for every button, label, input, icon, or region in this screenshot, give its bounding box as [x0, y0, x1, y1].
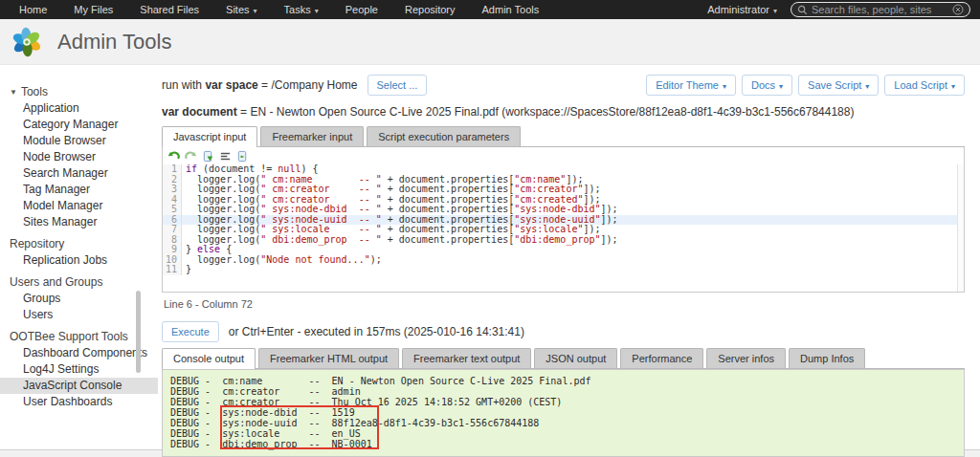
- select-space-button[interactable]: Select ...: [368, 75, 428, 96]
- console-output: DEBUG - cm:name -- EN - Newton Open Sour…: [162, 369, 965, 457]
- load-document-icon[interactable]: [201, 149, 214, 163]
- console-line-sys-node-uuid: DEBUG - sys:node-uuid -- 88f12ea8-d8f1-4…: [170, 418, 956, 428]
- nav-item-people[interactable]: People: [332, 4, 391, 15]
- run-row: run with var space = /Company Home Selec…: [162, 75, 965, 96]
- tab-json-output[interactable]: JSON output: [534, 348, 617, 368]
- input-tabs: Javascript inputFreemarker inputScript e…: [162, 126, 965, 147]
- chevron-down-icon: ▾: [773, 7, 777, 15]
- sidebar-item-dashboard-components[interactable]: Dashboard Components: [0, 345, 158, 361]
- nav-right: Administrator▾: [707, 2, 974, 17]
- tab-dump-infos[interactable]: Dump Infos: [789, 348, 865, 368]
- redo-icon[interactable]: [184, 149, 197, 163]
- code-text: }: [182, 265, 191, 275]
- editor-toolbar: [163, 147, 964, 164]
- tab-script-execution-parameters[interactable]: Script execution parameters: [367, 126, 521, 146]
- code-line-11[interactable]: 11}: [163, 265, 964, 275]
- sidebar-item-model-manager[interactable]: Model Manager: [0, 198, 158, 214]
- line-number: 11: [163, 265, 182, 275]
- search-input[interactable]: [808, 4, 952, 15]
- tab-performance[interactable]: Performance: [620, 348, 703, 368]
- export-document-icon[interactable]: [235, 149, 249, 163]
- code-line-8[interactable]: 8 logger.log(" dbi:demo_prop -- " + docu…: [163, 235, 964, 246]
- cursor-position-status: Line 6 - Column 72: [162, 293, 965, 317]
- execute-row: Execute or Ctrl+Enter - executed in 157m…: [162, 321, 965, 342]
- nav-item-admin-tools[interactable]: Admin Tools: [469, 4, 553, 15]
- code-text: logger.log("Node not found...");: [182, 255, 382, 266]
- nav-item-sites[interactable]: Sites▾: [212, 4, 270, 15]
- execute-button[interactable]: Execute: [162, 321, 219, 342]
- load-script-button[interactable]: Load Script▾: [884, 75, 965, 96]
- sidebar-item-sites-manager[interactable]: Sites Manager: [0, 214, 158, 230]
- nav-item-tasks[interactable]: Tasks▾: [271, 4, 332, 15]
- tab-console-output[interactable]: Console output: [162, 348, 256, 369]
- user-menu-label: Administrator: [707, 4, 769, 15]
- app-header: Admin Tools: [0, 19, 980, 65]
- sidebar-item-user-dashboards[interactable]: User Dashboards: [0, 394, 158, 410]
- sidebar-scrollbar[interactable]: [136, 291, 141, 373]
- sidebar-item-tag-manager[interactable]: Tag Manager: [0, 182, 158, 198]
- sidebar-item-replication-jobs[interactable]: Replication Jobs: [0, 252, 158, 269]
- collapse-triangle-icon: ▼: [10, 88, 17, 97]
- sidebar-item-javascript-console[interactable]: JavaScript Console: [0, 378, 158, 394]
- editor-scrollbar[interactable]: [957, 164, 964, 292]
- content: ▼ToolsApplicationCategory ManagerModule …: [0, 65, 980, 449]
- sidebar-item-node-browser[interactable]: Node Browser: [0, 149, 158, 165]
- page-title: Admin Tools: [57, 30, 171, 54]
- console-line-cm-creator: DEBUG - cm:creator -- Thu Oct 16 2025 14…: [170, 397, 956, 407]
- output-tabs: Console outputFreemarker HTML outputFree…: [162, 348, 965, 369]
- format-lines-icon[interactable]: [218, 149, 232, 163]
- chevron-down-icon: ▾: [779, 82, 783, 91]
- sidebar-item-groups[interactable]: Groups: [0, 291, 158, 307]
- sidebar-section-users-and-groups: Users and Groups: [0, 269, 158, 291]
- top-navbar: HomeMy FilesShared FilesSites▾Tasks▾Peop…: [0, 0, 980, 19]
- run-with-text: run with var space = /Company Home: [162, 78, 358, 92]
- chevron-down-icon: ▾: [254, 7, 257, 15]
- sidebar-item-application[interactable]: Application: [0, 100, 158, 117]
- docs-button[interactable]: Docs▾: [742, 75, 792, 96]
- search-box[interactable]: [791, 2, 970, 17]
- undo-icon[interactable]: [167, 149, 180, 163]
- var-document-label: var document: [162, 105, 237, 119]
- space-value: /Company Home: [271, 78, 357, 92]
- code-text: logger.log(" dbi:demo_prop -- " + docume…: [182, 235, 618, 246]
- console-line-sys-node-dbid: DEBUG - sys:node-dbid -- 1519: [170, 407, 956, 418]
- equals-sign: =: [240, 105, 247, 119]
- tab-freemarker-html-output[interactable]: Freemarker HTML output: [258, 348, 399, 368]
- console-line-dbi-demo-prop: DEBUG - dbi:demo_prop -- NB-0001: [170, 439, 956, 449]
- sidebar-item-search-manager[interactable]: Search Manager: [0, 165, 158, 182]
- equals-sign: =: [261, 78, 268, 92]
- sidebar-item-module-browser[interactable]: Module Browser: [0, 133, 158, 149]
- nav-item-repository[interactable]: Repository: [391, 4, 469, 15]
- nav-item-my-files[interactable]: My Files: [60, 4, 126, 15]
- console-line-cm-name: DEBUG - cm:name -- EN - Newton Open Sour…: [170, 376, 956, 386]
- chevron-down-icon: ▾: [315, 7, 319, 15]
- code-editor[interactable]: 1if (document != null) {2 logger.log(" c…: [162, 147, 965, 293]
- script-action-buttons: Editor Theme▾Docs▾Save Script▾Load Scrip…: [646, 75, 965, 96]
- user-menu[interactable]: Administrator▾: [707, 4, 777, 15]
- sidebar-item-category-manager[interactable]: Category Manager: [0, 117, 158, 133]
- nav-items: HomeMy FilesShared FilesSites▾Tasks▾Peop…: [6, 4, 552, 15]
- sidebar: ▼ToolsApplicationCategory ManagerModule …: [0, 65, 158, 449]
- save-script-button[interactable]: Save Script▾: [798, 75, 879, 96]
- sidebar-sections: ▼ToolsApplicationCategory ManagerModule …: [0, 78, 158, 410]
- code-line-10[interactable]: 10 logger.log("Node not found...");: [163, 255, 964, 266]
- sidebar-section-ootbee-support-tools: OOTBee Support Tools: [0, 323, 158, 345]
- tab-javascript-input[interactable]: Javascript input: [162, 126, 257, 147]
- document-value: EN - Newton Open Source C-Live 2025 Fina…: [250, 105, 854, 119]
- console-line-sys-locale: DEBUG - sys:locale -- en_US: [170, 428, 956, 439]
- run-with-prefix: run with: [162, 78, 202, 92]
- nav-item-home[interactable]: Home: [6, 4, 60, 15]
- nav-item-shared-files[interactable]: Shared Files: [126, 4, 212, 15]
- tab-server-infos[interactable]: Server infos: [706, 348, 786, 368]
- sidebar-section-tools[interactable]: ▼Tools: [0, 78, 158, 100]
- tab-freemarker-text-output[interactable]: Freemarker text output: [402, 348, 531, 368]
- main-panel: run with var space = /Company Home Selec…: [158, 65, 980, 449]
- sidebar-item-log4j-settings[interactable]: Log4J Settings: [0, 361, 158, 378]
- console-lines: DEBUG - cm:name -- EN - Newton Open Sour…: [170, 376, 956, 449]
- code-lines[interactable]: 1if (document != null) {2 logger.log(" c…: [163, 164, 964, 275]
- editor-theme-button[interactable]: Editor Theme▾: [646, 75, 736, 96]
- console-line-cm-creator: DEBUG - cm:creator -- admin: [170, 386, 956, 397]
- tab-freemarker-input[interactable]: Freemarker input: [260, 126, 364, 146]
- clear-search-icon[interactable]: [952, 4, 964, 15]
- sidebar-item-users[interactable]: Users: [0, 307, 158, 323]
